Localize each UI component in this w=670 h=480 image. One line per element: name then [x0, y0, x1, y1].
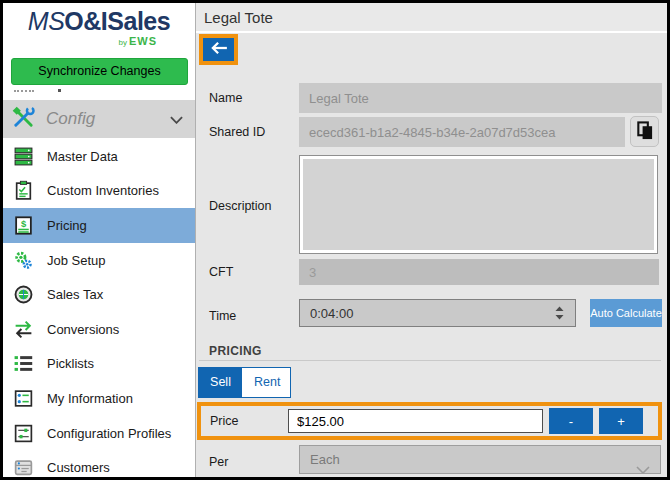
- sidebar-item-custom-inventories[interactable]: Custom Inventories: [3, 174, 195, 209]
- shared-id-input[interactable]: [299, 117, 625, 147]
- price-ledger-icon: $: [13, 215, 34, 236]
- price-label: Price: [201, 414, 288, 428]
- per-dropdown[interactable]: Each: [299, 445, 661, 474]
- screenshot-frame: MSO&ISales byEWS Synchronize Changes Con…: [0, 0, 670, 480]
- bullet-list-icon: [13, 353, 34, 374]
- swap-arrows-icon: [13, 319, 34, 340]
- logo-brand: EWS: [129, 35, 157, 47]
- sidebar-item-label: Customers: [47, 460, 110, 475]
- pricing-section-divider: [199, 360, 661, 361]
- sidebar-item-sales-tax[interactable]: Sales Tax: [3, 277, 195, 312]
- tab-sell[interactable]: Sell: [199, 368, 242, 397]
- info-card-icon: [13, 388, 34, 409]
- sidebar-item-label: Job Setup: [47, 253, 106, 268]
- sidebar-item-label: Custom Inventories: [47, 183, 159, 198]
- sidebar-item-label: Pricing: [47, 218, 87, 233]
- sidebar-item-pricing[interactable]: $ Pricing: [3, 208, 195, 243]
- config-section-header[interactable]: Config: [3, 100, 195, 138]
- sidebar-item-label: My Information: [47, 391, 133, 406]
- gears-icon: [13, 250, 34, 271]
- app-window: MSO&ISales byEWS Synchronize Changes Con…: [3, 3, 667, 477]
- cft-input[interactable]: [299, 259, 659, 285]
- time-input[interactable]: [299, 299, 576, 327]
- sidebar-item-my-information[interactable]: My Information: [3, 381, 195, 416]
- per-dropdown-value: Each: [310, 452, 340, 467]
- spinner-arrows-icon: [554, 306, 565, 323]
- chevron-down-icon[interactable]: [170, 110, 183, 128]
- sidebar-item-configuration-profiles[interactable]: Configuration Profiles: [3, 416, 195, 451]
- tools-icon: [11, 105, 36, 134]
- auto-calculate-button[interactable]: Auto Calculate: [590, 299, 662, 327]
- logo-subtitle: byEWS: [3, 36, 195, 47]
- svg-text:$: $: [21, 218, 27, 229]
- sidebar-item-label: Picklists: [47, 356, 94, 371]
- clipboard-icon: [13, 180, 34, 201]
- sidebar-item-label: Configuration Profiles: [47, 426, 171, 441]
- arrow-left-icon: [210, 41, 228, 59]
- app-logo: MSO&ISales byEWS: [3, 3, 195, 47]
- time-label: Time: [209, 309, 236, 323]
- config-section-label: Config: [46, 109, 170, 129]
- name-label: Name: [209, 91, 242, 105]
- sidebar-item-conversions[interactable]: Conversions: [3, 312, 195, 347]
- price-increment-button[interactable]: +: [599, 408, 643, 434]
- coin-icon: [13, 284, 34, 305]
- price-row-annotation: Price - +: [197, 402, 662, 440]
- sliders-icon: [13, 423, 34, 444]
- customer-card-icon: [13, 457, 34, 477]
- clipped-list-dot: [58, 89, 61, 92]
- logo-text: MSO&ISales: [3, 9, 195, 34]
- page-title: Legal Tote: [196, 3, 667, 33]
- price-input[interactable]: [288, 409, 543, 433]
- chevron-down-icon: [636, 456, 650, 477]
- sidebar: MSO&ISales byEWS Synchronize Changes Con…: [3, 3, 196, 477]
- synchronize-changes-button[interactable]: Synchronize Changes: [11, 58, 188, 85]
- logo-ms: MS: [28, 7, 65, 35]
- cft-label: CFT: [209, 265, 233, 279]
- sidebar-item-master-data[interactable]: Master Data: [3, 139, 195, 174]
- back-button[interactable]: [203, 38, 234, 61]
- per-label: Per: [209, 455, 228, 469]
- logo-by: by: [118, 38, 126, 47]
- time-spinner[interactable]: [554, 306, 568, 320]
- sidebar-item-customers[interactable]: Customers: [3, 450, 195, 477]
- pricing-section-title: PRICING: [209, 344, 262, 358]
- sell-rent-tabs: Sell Rent: [198, 367, 291, 398]
- sidebar-item-job-setup[interactable]: Job Setup: [3, 243, 195, 278]
- copy-icon: [635, 120, 654, 144]
- description-textarea[interactable]: [299, 155, 658, 254]
- server-stack-icon: [13, 146, 34, 167]
- main-panel: Legal Tote Name Shared ID Description CF…: [196, 3, 667, 477]
- clipped-list-item: [14, 88, 34, 92]
- price-decrement-button[interactable]: -: [549, 408, 593, 434]
- description-label: Description: [209, 199, 272, 213]
- logo-rest: O&ISales: [64, 7, 170, 35]
- sidebar-item-label: Sales Tax: [47, 287, 103, 302]
- sidebar-nav: Master Data Custom Inventories $ Pricing…: [3, 139, 195, 477]
- sidebar-item-label: Conversions: [47, 322, 119, 337]
- back-button-annotation: [199, 34, 238, 65]
- tab-rent[interactable]: Rent: [244, 368, 290, 397]
- name-input[interactable]: [299, 83, 662, 113]
- shared-id-label: Shared ID: [209, 125, 265, 139]
- sidebar-item-picklists[interactable]: Picklists: [3, 347, 195, 382]
- sidebar-item-label: Master Data: [47, 149, 118, 164]
- copy-button[interactable]: [630, 116, 659, 147]
